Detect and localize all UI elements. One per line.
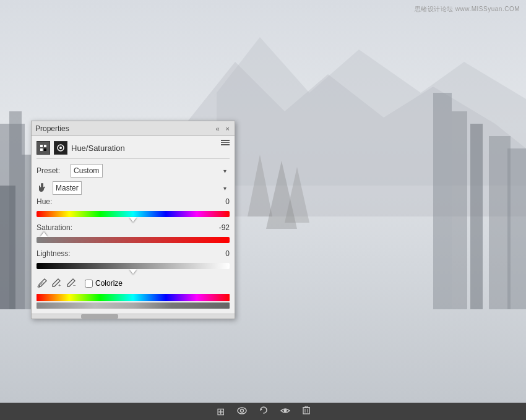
- saturation-value: -92: [211, 223, 230, 232]
- preset-dropdown[interactable]: Custom: [71, 164, 103, 178]
- svg-text:+: +: [58, 283, 61, 288]
- properties-panel: Properties « ×: [31, 121, 235, 319]
- hue-sat-icon: [54, 141, 67, 155]
- lightness-section: Lightness: 0: [37, 249, 230, 273]
- panel-close-button[interactable]: ×: [225, 125, 231, 132]
- hue-label: Hue:: [37, 197, 52, 206]
- panel-body: Hue/Saturation Preset: Custom Master: [32, 136, 235, 314]
- section-title: Hue/Saturation: [71, 144, 125, 153]
- svg-rect-11: [44, 145, 46, 147]
- svg-point-15: [59, 147, 62, 149]
- light-thumb[interactable]: [129, 269, 137, 274]
- svg-rect-6: [452, 111, 467, 309]
- hue-thumb[interactable]: [129, 217, 137, 222]
- lightness-label: Lightness:: [37, 249, 71, 258]
- preset-label: Preset:: [37, 166, 71, 175]
- master-row: Master: [37, 181, 230, 195]
- colorize-label-text: Colorize: [95, 279, 123, 288]
- bottom-toolbar: ⊞: [0, 403, 526, 420]
- channel-dropdown-wrapper: Master: [53, 181, 230, 195]
- sat-track: [37, 237, 230, 243]
- saturation-section: Saturation: -92: [37, 223, 230, 247]
- hue-section: Hue: 0: [37, 197, 230, 221]
- section-header: Hue/Saturation: [37, 141, 230, 159]
- panel-titlebar-controls: « ×: [214, 125, 231, 132]
- svg-point-21: [240, 409, 243, 413]
- svg-point-23: [283, 409, 287, 413]
- svg-rect-24: [303, 408, 309, 414]
- toolbar-icon-reset[interactable]: [259, 406, 268, 417]
- sat-thumb[interactable]: [40, 232, 48, 237]
- hue-label-row: Hue: 0: [37, 197, 230, 206]
- grey-color-bar: [37, 302, 230, 309]
- light-label-row: Lightness: 0: [37, 249, 230, 258]
- sat-label-row: Saturation: -92: [37, 223, 230, 232]
- svg-rect-5: [433, 93, 452, 309]
- svg-rect-9: [507, 148, 526, 309]
- light-slider-container[interactable]: [37, 259, 230, 273]
- svg-rect-12: [40, 148, 43, 151]
- lightness-value: 0: [211, 249, 230, 258]
- hue-slider-container[interactable]: [37, 207, 230, 221]
- eyedropper-add-icon[interactable]: +: [51, 278, 63, 289]
- panel-collapse-button[interactable]: «: [214, 125, 220, 132]
- color-bars: [37, 294, 230, 309]
- toolbar-icon-visibility[interactable]: [237, 406, 247, 417]
- hue-value: 0: [211, 197, 230, 206]
- eyedropper-icon[interactable]: [37, 278, 48, 289]
- watermark-top: 思绪设计论坛 www.MISSyuan.COM: [415, 5, 520, 14]
- svg-rect-13: [44, 148, 46, 151]
- toolbar-icon-frame[interactable]: ⊞: [217, 406, 225, 418]
- colorize-checkbox[interactable]: [85, 280, 93, 288]
- svg-rect-3: [0, 186, 15, 309]
- preset-row: Preset: Custom: [37, 164, 230, 178]
- toolbar-icon-delete[interactable]: [303, 406, 310, 417]
- svg-text:−: −: [73, 283, 76, 288]
- svg-rect-8: [489, 136, 511, 309]
- toolbar-icon-eye[interactable]: [280, 406, 290, 417]
- colorize-checkbox-label[interactable]: Colorize: [85, 279, 123, 288]
- panel-title: Properties: [35, 124, 69, 133]
- hue-color-bar: [37, 294, 230, 301]
- channel-dropdown[interactable]: Master: [53, 181, 82, 195]
- colorize-row: + − Colorize: [37, 278, 230, 289]
- sat-slider-container[interactable]: [37, 233, 230, 247]
- panel-scrollbar[interactable]: [32, 314, 235, 319]
- finger-tool-icon[interactable]: [37, 181, 50, 195]
- adjustment-layer-icon: [37, 141, 50, 155]
- light-track: [37, 263, 230, 269]
- svg-rect-7: [470, 124, 483, 309]
- eyedropper-remove-icon[interactable]: −: [66, 278, 77, 289]
- svg-rect-26: [305, 406, 308, 408]
- svg-marker-22: [261, 408, 262, 411]
- panel-menu-button[interactable]: [220, 139, 231, 147]
- panel-scrollbar-thumb[interactable]: [81, 314, 118, 319]
- preset-dropdown-wrapper: Custom: [71, 164, 230, 178]
- panel-titlebar: Properties « ×: [32, 121, 235, 136]
- svg-rect-10: [40, 145, 43, 147]
- hue-track: [37, 211, 230, 217]
- svg-point-20: [238, 408, 246, 414]
- saturation-label: Saturation:: [37, 223, 72, 232]
